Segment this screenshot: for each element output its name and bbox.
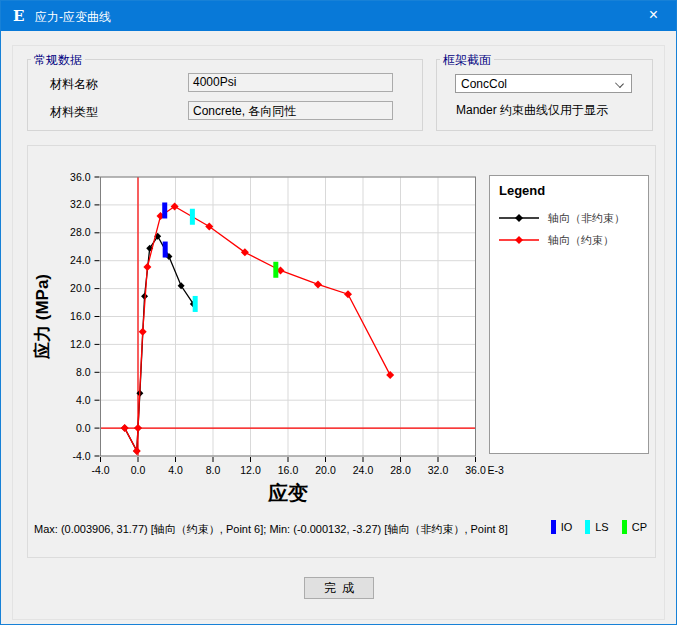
y-tick-label: 4.0 <box>76 394 91 406</box>
y-axis-title: 应力 (MPa) <box>32 274 52 360</box>
x-tick-label: 8.0 <box>206 464 221 476</box>
acceptance-marker-ls <box>190 209 195 225</box>
legend-line-sample <box>499 235 539 245</box>
legend-line-sample <box>499 213 539 223</box>
mander-note-label: Mander 约束曲线仅用于显示 <box>456 102 608 119</box>
app-icon: E <box>13 7 24 25</box>
x-axis-title: 应变 <box>267 482 308 504</box>
acceptance-label: IO <box>561 521 573 533</box>
y-tick-label: 28.0 <box>70 226 91 238</box>
acceptance-marker-cp <box>273 262 278 278</box>
y-tick-label: 16.0 <box>70 310 91 322</box>
legend-title: Legend <box>499 183 639 198</box>
stress-strain-dialog: E 应力-应变曲线 × 常规数据 材料名称 4000Psi 材料类型 Concr… <box>0 0 677 625</box>
x-tick-label: 36.0 <box>465 464 486 476</box>
acceptance-label: CP <box>632 521 647 533</box>
x-tick-label: 20.0 <box>315 464 336 476</box>
window-title: 应力-应变曲线 <box>35 9 111 26</box>
frame-section-selected-value: ConcCol <box>461 77 507 91</box>
groupbox-frame-section-title: 框架截面 <box>440 52 494 69</box>
x-tick-label: -4.0 <box>91 464 109 476</box>
y-tick-label: 12.0 <box>70 338 91 350</box>
groupbox-general-data: 常规数据 材料名称 4000Psi 材料类型 Concrete, 各向同性 <box>27 59 423 131</box>
legend-entries: 轴向（非约束）轴向（约束） <box>499 207 639 251</box>
y-tick-label: 0.0 <box>76 422 91 434</box>
frame-section-dropdown[interactable]: ConcCol <box>455 74 632 93</box>
close-icon[interactable]: × <box>631 1 676 31</box>
legend-entry: 轴向（非约束） <box>499 207 639 229</box>
acceptance-marker-io <box>163 242 168 258</box>
title-bar: E 应力-应变曲线 × <box>1 1 676 31</box>
status-row: Max: (0.003906, 31.77) [轴向（约束）, Point 6]… <box>34 518 651 536</box>
acceptance-color-bar <box>622 520 627 534</box>
acceptance-criteria-legend: IOLSCP <box>551 520 647 534</box>
legend-entry-label: 轴向（约束） <box>548 233 614 248</box>
y-tick-label: -4.0 <box>72 450 90 462</box>
done-button[interactable]: 完成 <box>304 577 374 599</box>
acceptance-label: LS <box>595 521 608 533</box>
acceptance-legend-item: IO <box>551 520 573 534</box>
x-axis-unit-suffix: E-3 <box>488 464 505 476</box>
chart-legend: Legend 轴向（非约束）轴向（约束） <box>489 175 649 454</box>
x-tick-label: 16.0 <box>278 464 299 476</box>
y-tick-label: 24.0 <box>70 254 91 266</box>
acceptance-marker-io <box>162 202 167 218</box>
max-min-status-text: Max: (0.003906, 31.77) [轴向（约束）, Point 6]… <box>34 522 508 537</box>
material-name-field[interactable]: 4000Psi <box>188 73 393 92</box>
x-tick-label: 28.0 <box>390 464 411 476</box>
y-tick-label: 8.0 <box>76 366 91 378</box>
material-type-field[interactable]: Concrete, 各向同性 <box>188 101 393 120</box>
groupbox-general-data-title: 常规数据 <box>31 52 85 69</box>
acceptance-legend-item: LS <box>585 520 608 534</box>
acceptance-color-bar <box>551 520 556 534</box>
acceptance-legend-item: CP <box>622 520 647 534</box>
y-tick-label: 36.0 <box>70 171 91 183</box>
groupbox-frame-section: 框架截面 ConcCol Mander 约束曲线仅用于显示 <box>436 59 653 131</box>
x-tick-label: 24.0 <box>353 464 374 476</box>
y-tick-label: 20.0 <box>70 282 91 294</box>
material-type-label: 材料类型 <box>50 104 98 121</box>
x-tick-label: 12.0 <box>240 464 261 476</box>
legend-entry-label: 轴向（非约束） <box>548 211 625 226</box>
material-name-label: 材料名称 <box>50 76 98 93</box>
x-tick-label: 0.0 <box>131 464 146 476</box>
acceptance-color-bar <box>585 520 590 534</box>
x-tick-label: 32.0 <box>428 464 449 476</box>
acceptance-marker-ls <box>193 296 198 312</box>
x-tick-label: 4.0 <box>168 464 183 476</box>
chevron-down-icon <box>615 79 624 88</box>
chart-panel: -4.00.04.08.012.016.020.024.028.032.036.… <box>27 145 656 558</box>
legend-entry: 轴向（约束） <box>499 229 639 251</box>
y-tick-label: 32.0 <box>70 198 91 210</box>
